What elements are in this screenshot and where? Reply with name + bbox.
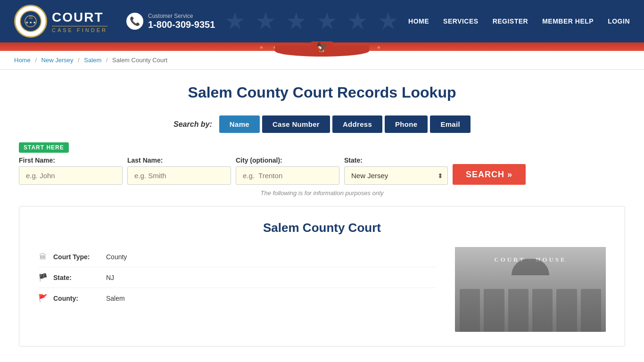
breadcrumb-sep: / [78,57,80,64]
court-info-box: Salem County Court 🏛 Court Type: County … [19,206,625,346]
logo-text: COURT CASE FINDER [52,10,107,33]
info-note: The following is for information purpose… [19,189,625,197]
ribbon-stars-right: ★ ★ ★ [350,45,385,50]
nav-login[interactable]: LOGIN [608,17,630,25]
start-here-badge: START HERE [19,142,69,153]
first-name-input[interactable] [19,166,123,185]
state-row: 🏴 State: NJ [38,267,436,288]
court-info-title: Salem County Court [38,221,606,235]
svg-text:★ ★ ★: ★ ★ ★ [25,21,36,25]
phone-number: 1-800-309-9351 [148,19,215,30]
breadcrumb-home[interactable]: Home [14,57,31,64]
site-header: ⚖ ★ ★ ★ COURT CASE FINDER 📞 Customer Ser… [0,0,644,42]
breadcrumb-current: Salem County Court [112,57,167,64]
nav-home[interactable]: HOME [408,17,429,25]
state-select-wrapper: AlabamaAlaskaArizonaArkansas CaliforniaC… [344,166,448,185]
logo-icon: ⚖ ★ ★ ★ [14,5,47,38]
logo-court-word: COURT [52,10,107,25]
search-button-label: SEARCH » [466,170,512,180]
courthouse-image-sim: COURT · HOUSE [455,247,606,332]
logo-area: ⚖ ★ ★ ★ COURT CASE FINDER [14,5,107,38]
nav-register[interactable]: REGISTER [493,17,528,25]
star-icon: ★ [286,8,307,35]
customer-service-label: Customer Service [148,13,215,19]
breadcrumb-new-jersey[interactable]: New Jersey [41,57,74,64]
phone-icon: 📞 [126,13,143,30]
city-input[interactable] [236,166,339,185]
search-button[interactable]: SEARCH » [453,164,526,185]
search-form-row: First Name: Last Name: City (optional): … [19,156,625,185]
search-by-label: Search by: [173,120,212,129]
last-name-input[interactable] [127,166,231,185]
header-ribbon: ★ ★ ★ 🦅 ★ ★ ★ [0,42,644,51]
state-group: State: AlabamaAlaskaArizonaArkansas Cali… [344,156,448,185]
court-image: COURT · HOUSE [455,247,606,332]
breadcrumb-sep: / [106,57,108,64]
header-stars: ★ ★ ★ ★ ★ ★ [215,8,408,35]
court-type-icon: 🏛 [38,253,48,261]
tab-name[interactable]: Name [219,115,260,133]
court-details: 🏛 Court Type: County 🏴 State: NJ 🚩 Count… [38,247,436,308]
court-type-row: 🏛 Court Type: County [38,247,436,267]
phone-area: 📞 Customer Service 1-800-309-9351 [126,13,215,30]
eagle-icon: 🦅 [312,41,333,55]
ribbon-stars-left: ★ ★ ★ [259,45,294,50]
search-form-area: START HERE First Name: Last Name: City (… [19,142,625,185]
tab-case-number[interactable]: Case Number [262,115,330,133]
state-value: NJ [106,274,114,281]
first-name-label: First Name: [19,156,123,164]
county-value: Salem [106,295,125,302]
last-name-label: Last Name: [127,156,231,164]
main-nav: HOME SERVICES REGISTER MEMBER HELP LOGIN [408,17,630,25]
state-label: State: [344,156,448,164]
tab-phone[interactable]: Phone [385,115,428,133]
nav-services[interactable]: SERVICES [443,17,479,25]
court-type-value: County [106,253,127,261]
city-label: City (optional): [236,156,339,164]
logo-subtitle: CASE FINDER [52,26,107,33]
state-icon: 🏴 [38,273,48,282]
main-content: Salem County Court Records Lookup Search… [0,70,644,361]
star-icon: ★ [378,8,399,35]
breadcrumb-sep: / [35,57,37,64]
state-label: State: [53,274,100,281]
breadcrumb-salem[interactable]: Salem [84,57,101,64]
county-label: County: [53,295,100,302]
star-icon: ★ [316,8,338,35]
county-icon: 🚩 [38,294,48,303]
nav-member-help[interactable]: MEMBER HELP [542,17,594,25]
court-type-label: Court Type: [53,253,100,261]
page-title: Salem County Court Records Lookup [19,84,625,101]
first-name-group: First Name: [19,156,123,185]
tab-address[interactable]: Address [332,115,382,133]
city-group: City (optional): [236,156,339,185]
star-icon: ★ [255,8,276,35]
state-select[interactable]: AlabamaAlaskaArizonaArkansas CaliforniaC… [344,166,448,185]
court-info-content: 🏛 Court Type: County 🏴 State: NJ 🚩 Count… [38,247,606,332]
tab-email[interactable]: Email [430,115,471,133]
last-name-group: Last Name: [127,156,231,185]
star-icon: ★ [347,8,368,35]
search-by-row: Search by: Name Case Number Address Phon… [19,115,625,133]
star-icon: ★ [224,8,246,35]
county-row: 🚩 County: Salem [38,288,436,308]
